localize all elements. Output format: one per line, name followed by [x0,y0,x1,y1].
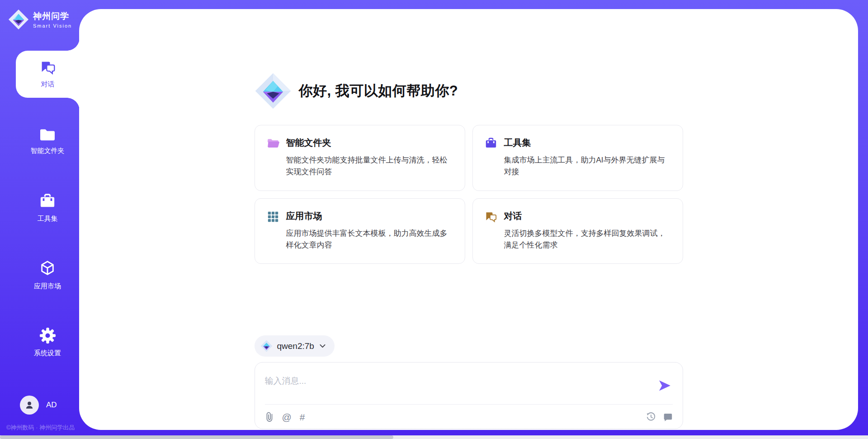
greeting-title: 你好, 我可以如何帮助你? [299,81,458,100]
attach-button[interactable] [265,411,274,422]
folder-icon [39,127,56,142]
folder-open-icon [267,137,279,150]
message-input[interactable] [265,372,657,400]
user-avatar [20,396,39,415]
model-selector[interactable]: qwen2:7b [255,335,335,357]
sidebar-item-toolset[interactable]: 工具集 [16,185,79,232]
sidebar-item-smart-folder[interactable]: 智能文件夹 [16,118,79,165]
chevron-down-icon [319,342,326,350]
feature-cards: 智能文件夹 智能文件夹功能支持批量文件上传与清洗，轻松实现文件问答 工具集 集成… [255,125,683,264]
mention-button[interactable]: @ [282,412,292,422]
sidebar-item-label: 智能文件夹 [31,147,65,155]
chat-bubbles-icon [485,210,497,223]
horizontal-scrollbar-thumb[interactable] [0,435,393,439]
horizontal-scrollbar[interactable] [0,435,868,439]
brand-subtitle: Smart Vision [33,23,72,29]
feedback-button[interactable] [663,412,673,422]
brand-gem-diamond-icon [8,9,29,30]
sidebar-item-label: 工具集 [38,215,58,223]
gear-icon [39,327,56,344]
card-description: 灵活切换多模型文件，支持多样回复效果调试，满足个性化需求 [504,228,671,252]
sidebar-footer: ©神州数码 · 神州问学出品 [6,424,79,432]
feature-card-app-market[interactable]: 应用市场 应用市场提供丰富长文本模板，助力高效生成多样化文章内容 [255,198,465,264]
send-icon [659,380,671,391]
history-button[interactable] [646,412,656,422]
user-account[interactable]: AD [20,396,79,415]
brand-name: 神州问学 [33,10,72,22]
card-title: 应用市场 [286,210,453,222]
sidebar-item-label: 系统设置 [34,349,61,358]
card-title: 对话 [504,210,671,222]
sidebar-item-app-market[interactable]: 应用市场 [16,252,79,299]
briefcase-icon [39,193,56,210]
sidebar-item-chat[interactable]: 对话 [16,51,80,98]
person-icon [24,400,35,410]
feature-card-smart-folder[interactable]: 智能文件夹 智能文件夹功能支持批量文件上传与清洗，轻松实现文件问答 [255,125,465,191]
history-icon [646,412,656,422]
greeting-gem-diamond-icon [255,72,292,110]
sidebar-item-settings[interactable]: 系统设置 [16,319,79,366]
model-name: qwen2:7b [277,341,314,351]
main-panel: 你好, 我可以如何帮助你? 智能文件夹 智能文件夹功能支持批量文件上传与清洗，轻… [79,9,858,430]
message-composer: @ # [255,362,683,429]
card-description: 智能文件夹功能支持批量文件上传与清洗，轻松实现文件问答 [286,154,453,178]
brand: 神州问学 Smart Vision [0,0,79,30]
card-description: 集成市场上主流工具，助力AI与外界无缝扩展与对接 [504,154,671,178]
send-button[interactable] [657,378,673,393]
briefcase-icon [485,137,497,150]
paperclip-icon [265,411,274,422]
cube-icon [39,260,56,277]
feature-card-toolset[interactable]: 工具集 集成市场上主流工具，助力AI与外界无缝扩展与对接 [472,125,683,191]
chat-bubbles-icon [40,60,56,75]
user-initials: AD [46,401,57,410]
feature-card-chat[interactable]: 对话 灵活切换多模型文件，支持多样回复效果调试，满足个性化需求 [472,198,683,264]
sidebar-nav: 对话 智能文件夹 工具集 应用市场 [0,51,79,366]
at-icon: @ [282,412,292,422]
sidebar: 神州问学 Smart Vision 对话 智能文件夹 工具集 [0,0,79,439]
topic-button[interactable]: # [300,412,305,422]
sidebar-item-label: 对话 [41,80,55,89]
model-gem-diamond-icon [260,340,273,352]
greeting: 你好, 我可以如何帮助你? [255,72,683,110]
message-icon [663,412,673,422]
card-title: 智能文件夹 [286,137,453,149]
hash-icon: # [300,412,305,422]
sidebar-item-label: 应用市场 [34,282,61,291]
apps-grid-icon [267,210,279,223]
card-description: 应用市场提供丰富长文本模板，助力高效生成多样化文章内容 [286,228,453,252]
card-title: 工具集 [504,137,671,149]
